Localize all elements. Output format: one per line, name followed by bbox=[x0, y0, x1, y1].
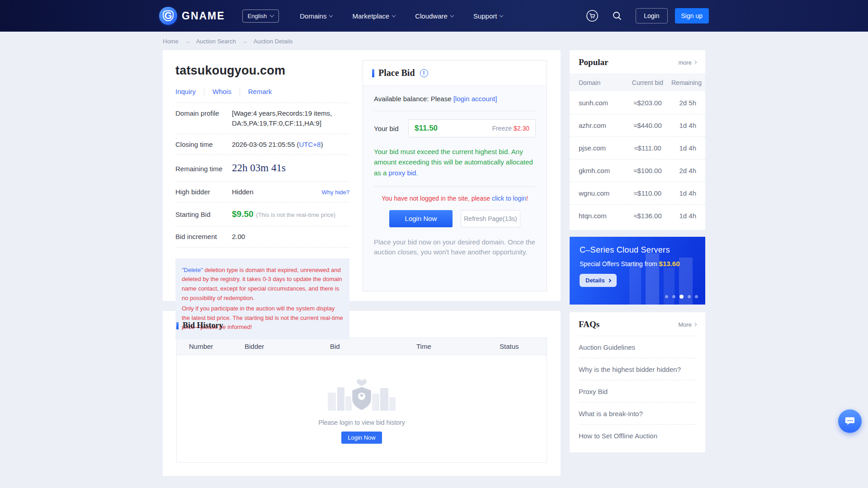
popular-row: gkmh.com ≈$100.00 2d 4h bbox=[570, 159, 705, 182]
bid-increment-label: Bid increment bbox=[175, 233, 232, 240]
section-marker bbox=[176, 322, 179, 329]
popular-row: htqn.com ≈$136.00 1d 4h bbox=[570, 204, 705, 227]
high-bidder-row: High bidder Hidden Why hide? bbox=[175, 181, 349, 202]
high-bidder-label: High bidder bbox=[175, 188, 232, 196]
search-icon[interactable] bbox=[612, 11, 622, 21]
carousel-dot[interactable] bbox=[672, 295, 675, 298]
column-time: Time bbox=[416, 343, 500, 350]
inquiry-link[interactable]: Inquiry bbox=[175, 88, 204, 95]
faq-item-auction-guidelines[interactable]: Auction Guidelines bbox=[579, 336, 696, 358]
faq-item-break-into[interactable]: What is a break-into? bbox=[579, 403, 696, 425]
high-bidder-value: Hidden bbox=[232, 187, 254, 197]
closing-time-label: Closing time bbox=[175, 141, 232, 148]
gname-logo-icon: G bbox=[159, 7, 177, 25]
popular-domain-link[interactable]: azhr.com bbox=[570, 122, 624, 129]
gname-logo[interactable]: G GNAME bbox=[159, 7, 225, 25]
nav-item-marketplace[interactable]: Marketplace bbox=[352, 12, 395, 20]
login-now-button[interactable]: Login Now bbox=[389, 210, 453, 227]
nav-item-domains[interactable]: Domains bbox=[300, 12, 332, 20]
freeze-amount: $2.30 bbox=[514, 125, 529, 132]
faqs-card: FAQs More Auction Guidelines Why is the … bbox=[570, 312, 705, 452]
popular-domain-link[interactable]: pjse.com bbox=[570, 144, 624, 152]
nav-item-support[interactable]: Support bbox=[473, 12, 503, 20]
domain-profile-value: [Wage:4 years,Records:19 items, DA:5,PA:… bbox=[232, 108, 349, 128]
column-bid: Bid bbox=[330, 343, 416, 350]
popular-row: pjse.com ≈$111.00 1d 4h bbox=[570, 136, 705, 159]
carousel-dots bbox=[665, 295, 698, 299]
popular-domain-link[interactable]: htqn.com bbox=[570, 212, 624, 220]
bid-history-table: Number Bidder Bid Time Status bbox=[176, 338, 547, 463]
starting-bid-value: $9.50 bbox=[232, 209, 254, 219]
chevron-down-icon bbox=[500, 13, 503, 17]
faq-item-proxy-bid[interactable]: Proxy Bid bbox=[579, 380, 696, 403]
closing-time-value: 2026-03-05 21:05:55 (UTC+8) bbox=[232, 140, 349, 150]
bid-amount-value: $11.50 bbox=[415, 124, 438, 133]
carousel-dot[interactable] bbox=[665, 295, 668, 298]
carousel-dot[interactable] bbox=[695, 295, 698, 298]
remaining-time-value: 22h 03m 41s bbox=[232, 160, 349, 175]
popular-domain-link[interactable]: gkmh.com bbox=[570, 167, 624, 174]
chevron-right-icon bbox=[693, 61, 697, 64]
banner-details-button[interactable]: Details bbox=[580, 274, 617, 287]
signup-button[interactable]: Sign up bbox=[675, 8, 709, 23]
breadcrumb-auction-details: Auction Details bbox=[254, 38, 293, 45]
chevron-down-icon bbox=[392, 13, 396, 17]
live-chat-button[interactable] bbox=[838, 409, 862, 433]
login-button[interactable]: Login bbox=[636, 8, 667, 23]
banner-subtitle: Special Offers Starting from $13.60 bbox=[580, 260, 705, 267]
popular-row: azhr.com ≈$440.00 1d 4h bbox=[570, 114, 705, 136]
refresh-page-button[interactable]: Refresh Page(13s) bbox=[461, 210, 520, 227]
breadcrumb-auction-search[interactable]: Auction Search bbox=[196, 38, 236, 45]
language-label: English bbox=[248, 13, 267, 19]
whois-link[interactable]: Whois bbox=[204, 88, 240, 95]
history-login-now-button[interactable]: Login Now bbox=[341, 432, 382, 444]
remark-link[interactable]: Remark bbox=[240, 88, 280, 95]
available-balance-line: Available balance: Please [login account… bbox=[374, 95, 536, 103]
faqs-more-link[interactable]: More bbox=[678, 321, 696, 328]
arrow-right-icon: → bbox=[184, 38, 190, 45]
language-selector[interactable]: English bbox=[242, 9, 279, 23]
why-hide-link[interactable]: Why hide? bbox=[322, 189, 349, 196]
freeze-info: Freeze$2.30 bbox=[492, 125, 529, 132]
proxy-bid-note: Your bid must exceed the current highest… bbox=[374, 146, 536, 178]
faqs-title: FAQs bbox=[579, 319, 599, 329]
timezone-link[interactable]: UTC+8 bbox=[299, 141, 321, 148]
empty-state-text: Please login to view bid history bbox=[318, 419, 405, 426]
popular-domain-link[interactable]: sunh.com bbox=[570, 99, 624, 107]
popular-table-header: Domain Current bid Remaining bbox=[570, 74, 705, 91]
carousel-dot[interactable] bbox=[688, 295, 691, 298]
starting-bid-row: Starting Bid $9.50(This is not the real-… bbox=[175, 202, 349, 226]
chevron-down-icon bbox=[450, 13, 454, 17]
popular-title: Popular bbox=[579, 57, 608, 67]
faq-item-highest-bidder-hidden[interactable]: Why is the highest bidder hidden? bbox=[579, 358, 696, 380]
info-icon[interactable]: ! bbox=[420, 69, 428, 77]
remaining-time-row: Remaining time 22h 03m 41s bbox=[175, 155, 349, 181]
faq-item-offline-auction[interactable]: How to Set Offline Auction bbox=[579, 425, 696, 446]
cloud-servers-banner[interactable]: C–Series Cloud Servers Special Offers St… bbox=[570, 237, 705, 305]
popular-domain-link[interactable]: wgnu.com bbox=[570, 189, 624, 197]
closing-time-row: Closing time 2026-03-05 21:05:55 (UTC+8) bbox=[175, 134, 349, 155]
empty-state-illustration bbox=[323, 374, 400, 413]
your-bid-label: Your bid bbox=[374, 125, 408, 132]
brand-wordmark: GNAME bbox=[182, 10, 225, 22]
top-navigation: G GNAME English Domains Marketplace Clou… bbox=[0, 0, 868, 32]
gname-monogram: G bbox=[163, 10, 174, 21]
place-bid-title: Place Bid bbox=[378, 68, 415, 78]
popular-row: sunh.com ≈$203.00 2d 5h bbox=[570, 91, 705, 114]
chevron-right-icon bbox=[607, 278, 611, 282]
login-account-link[interactable]: [login account] bbox=[453, 95, 497, 103]
bid-history-empty-state: Please login to view bid history Login N… bbox=[177, 355, 547, 462]
breadcrumb-home[interactable]: Home bbox=[163, 38, 179, 45]
carousel-dot-active[interactable] bbox=[679, 295, 684, 299]
proxy-bid-link[interactable]: proxy bid bbox=[389, 169, 416, 177]
click-to-login-link[interactable]: click to login bbox=[492, 195, 526, 202]
cart-icon[interactable] bbox=[586, 9, 599, 22]
popular-more-link[interactable]: more bbox=[678, 59, 696, 66]
bid-amount-input[interactable]: $11.50 Freeze$2.30 bbox=[408, 119, 536, 137]
nav-item-cloudware[interactable]: Cloudware bbox=[415, 12, 453, 20]
place-bid-panel: Place Bid ! Available balance: Please [l… bbox=[363, 60, 547, 291]
chevron-down-icon bbox=[270, 13, 274, 18]
banner-title: C–Series Cloud Servers bbox=[580, 245, 705, 255]
starting-bid-label: Starting Bid bbox=[175, 211, 232, 218]
popular-card: Popular more Domain Current bid Remainin… bbox=[570, 50, 705, 230]
